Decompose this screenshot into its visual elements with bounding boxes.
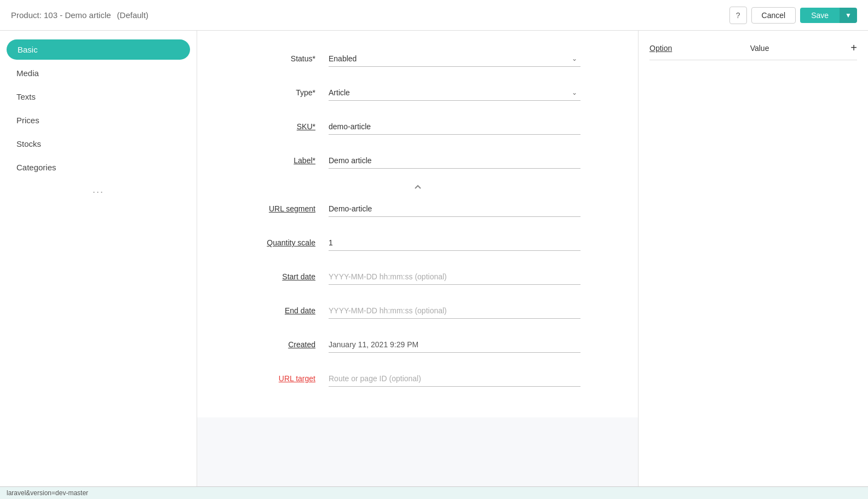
sku-field: [329, 119, 580, 135]
end-date-label: End date: [219, 306, 329, 315]
right-panel: Option Value +: [638, 31, 868, 499]
status-bar: laravel&version=dev-master: [0, 486, 868, 499]
start-date-row: Start date: [219, 265, 616, 288]
two-col-main: Status* Enabled Disabled ⌄: [197, 31, 868, 499]
value-col-header: Value: [750, 44, 851, 53]
created-row: Created: [219, 333, 616, 356]
type-field: Article Select Bundle ⌄: [329, 85, 580, 101]
sidebar-item-prices[interactable]: Prices: [0, 109, 197, 131]
page-subtitle: (Default): [117, 10, 149, 20]
url-target-label: URL target: [219, 374, 329, 383]
type-row: Type* Article Select Bundle ⌄: [219, 81, 616, 104]
url-target-row: URL target: [219, 367, 616, 390]
label-input[interactable]: [329, 153, 580, 169]
label-label: Label*: [219, 156, 329, 165]
status-select[interactable]: Enabled Disabled: [329, 51, 580, 66]
save-button-group: Save ▼: [800, 8, 857, 23]
main-layout: Basic Media Texts Prices Stocks Categori…: [0, 31, 868, 499]
type-select-wrapper: Article Select Bundle ⌄: [329, 85, 580, 101]
save-button[interactable]: Save: [800, 8, 840, 23]
page-title-text: Product: 103 - Demo article: [11, 10, 111, 20]
created-input: [329, 337, 580, 353]
status-row: Status* Enabled Disabled ⌄: [219, 47, 616, 70]
url-segment-label: URL segment: [219, 204, 329, 213]
type-select[interactable]: Article Select Bundle: [329, 85, 580, 100]
content-area: Status* Enabled Disabled ⌄: [197, 31, 638, 499]
label-field: [329, 153, 580, 169]
end-date-input[interactable]: [329, 303, 580, 319]
page-title: Product: 103 - Demo article (Default): [11, 9, 148, 21]
option-col-header: Option: [649, 44, 750, 53]
collapse-button[interactable]: [219, 183, 616, 192]
sidebar-item-categories[interactable]: Categories: [0, 156, 197, 179]
created-field: [329, 337, 580, 353]
type-label: Type*: [219, 88, 329, 97]
created-label: Created: [219, 340, 329, 349]
header-actions: ? Cancel Save ▼: [729, 7, 857, 24]
sidebar: Basic Media Texts Prices Stocks Categori…: [0, 31, 197, 499]
status-bar-text: laravel&version=dev-master: [7, 489, 88, 497]
status-select-wrapper: Enabled Disabled ⌄: [329, 51, 580, 67]
quantity-scale-input[interactable]: [329, 235, 580, 251]
url-segment-row: URL segment: [219, 197, 616, 220]
help-button[interactable]: ?: [729, 7, 747, 24]
quantity-scale-row: Quantity scale: [219, 231, 616, 254]
quantity-scale-label: Quantity scale: [219, 238, 329, 247]
sku-label: SKU*: [219, 122, 329, 131]
label-row: Label*: [219, 149, 616, 172]
end-date-row: End date: [219, 299, 616, 322]
start-date-label: Start date: [219, 272, 329, 281]
status-label: Status*: [219, 54, 329, 63]
start-date-input[interactable]: [329, 269, 580, 285]
sidebar-item-texts[interactable]: Texts: [0, 85, 197, 108]
save-dropdown-button[interactable]: ▼: [840, 8, 857, 23]
right-panel-header: Option Value +: [649, 42, 857, 60]
cancel-button[interactable]: Cancel: [751, 7, 796, 24]
add-option-button[interactable]: +: [850, 42, 857, 54]
url-target-field: [329, 371, 580, 387]
quantity-scale-field: [329, 235, 580, 251]
form-panel: Status* Enabled Disabled ⌄: [197, 31, 638, 417]
sku-input[interactable]: [329, 119, 580, 135]
sku-row: SKU*: [219, 115, 616, 138]
sidebar-item-media[interactable]: Media: [0, 62, 197, 84]
end-date-field: [329, 303, 580, 319]
status-field: Enabled Disabled ⌄: [329, 51, 580, 67]
url-segment-input[interactable]: [329, 201, 580, 217]
sidebar-item-stocks[interactable]: Stocks: [0, 133, 197, 155]
sidebar-item-basic[interactable]: Basic: [7, 39, 190, 60]
start-date-field: [329, 269, 580, 285]
top-header: Product: 103 - Demo article (Default) ? …: [0, 0, 868, 31]
sidebar-more[interactable]: ···: [0, 180, 197, 204]
url-segment-field: [329, 201, 580, 217]
url-target-input[interactable]: [329, 371, 580, 387]
